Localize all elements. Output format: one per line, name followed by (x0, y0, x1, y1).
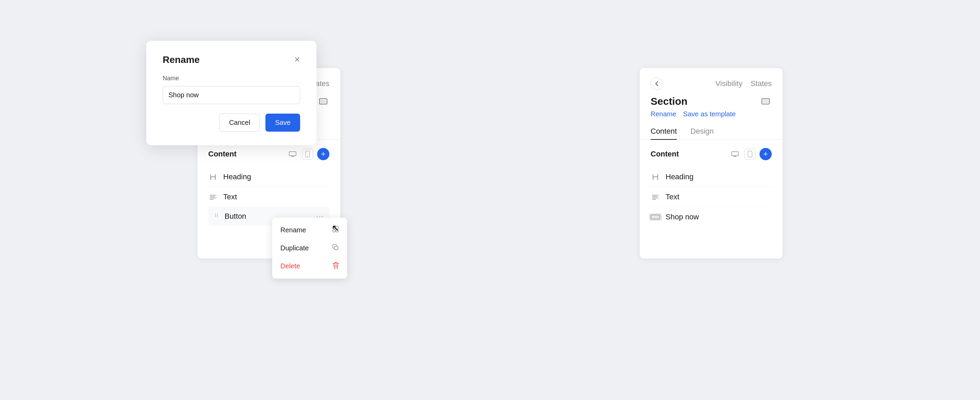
dialog-save-button[interactable]: Save (266, 114, 300, 132)
dialog-title: Rename (163, 54, 200, 65)
svg-point-4 (307, 156, 308, 156)
svg-point-9 (215, 216, 216, 217)
right-mobile-icon[interactable] (745, 149, 756, 160)
context-menu: Rename Duplicate (272, 218, 347, 279)
context-duplicate-label: Duplicate (280, 244, 309, 252)
dialog-actions: Cancel Save (163, 114, 300, 132)
svg-point-7 (215, 215, 216, 216)
right-panel-header: Visibility States (640, 68, 783, 90)
right-rename-row: Rename Save as template (640, 108, 783, 118)
left-add-button[interactable]: + (317, 148, 329, 160)
svg-rect-21 (651, 215, 660, 219)
right-rename-link[interactable]: Rename (651, 110, 676, 118)
context-duplicate-item[interactable]: Duplicate (272, 239, 347, 257)
context-duplicate-icon (332, 244, 339, 252)
right-section-title-row: Section (640, 90, 783, 108)
context-rename-label: Rename (280, 226, 306, 234)
svg-rect-2 (289, 152, 296, 156)
right-visibility-label[interactable]: Visibility (716, 79, 743, 88)
svg-rect-14 (336, 230, 338, 232)
context-delete-item[interactable]: Delete (272, 257, 347, 275)
right-template-link[interactable]: Save as template (683, 110, 736, 118)
svg-point-10 (217, 216, 218, 217)
right-shop-now-label: Shop now (666, 213, 699, 221)
right-shop-now-icon (651, 213, 660, 221)
right-content-label: Content (651, 150, 679, 159)
context-rename-icon (332, 226, 339, 234)
right-states-label[interactable]: States (751, 79, 772, 88)
left-button-label: Button (224, 212, 247, 221)
right-shop-now-item: Shop now (651, 207, 772, 227)
right-tab-content[interactable]: Content (651, 124, 677, 140)
svg-rect-13 (333, 230, 335, 232)
dialog-header: Rename ✕ (163, 54, 300, 65)
context-delete-icon (333, 262, 339, 270)
right-heading-label: Heading (666, 173, 694, 181)
svg-rect-12 (336, 227, 338, 229)
dialog-name-input[interactable] (163, 86, 300, 104)
right-desktop-icon[interactable] (730, 149, 740, 160)
left-desktop-icon[interactable] (287, 149, 298, 160)
left-text-item: Text (208, 187, 329, 207)
left-content-header: Content (208, 148, 329, 160)
right-header-actions: Visibility States (716, 79, 772, 88)
context-rename-item[interactable]: Rename (272, 221, 347, 239)
right-back-button[interactable] (651, 78, 663, 90)
right-section-title: Section (651, 95, 687, 107)
svg-rect-11 (333, 227, 335, 229)
svg-point-5 (215, 214, 216, 214)
svg-rect-17 (762, 100, 769, 103)
left-heading-item: Heading (208, 167, 329, 187)
right-tab-design[interactable]: Design (690, 124, 714, 140)
right-text-icon (651, 194, 660, 200)
left-content-label: Content (208, 150, 237, 159)
svg-rect-18 (732, 152, 738, 156)
right-content-header: Content (651, 148, 772, 160)
dialog-cancel-button[interactable]: Cancel (219, 114, 260, 132)
left-heading-label: Heading (223, 173, 251, 181)
right-text-item: Text (651, 187, 772, 207)
left-text-icon (208, 194, 218, 200)
right-text-label: Text (666, 192, 679, 202)
dialog-name-label: Name (163, 75, 300, 82)
svg-point-6 (217, 214, 218, 214)
svg-rect-15 (334, 246, 338, 250)
svg-point-20 (749, 156, 750, 156)
svg-rect-1 (320, 100, 326, 103)
right-section-icon[interactable] (759, 95, 772, 108)
right-heading-icon (651, 173, 660, 181)
left-drag-icon (214, 213, 219, 220)
right-panel: Visibility States Section Rename Save as… (640, 68, 783, 259)
svg-point-8 (217, 215, 218, 216)
right-content-section: Content (640, 140, 783, 235)
dialog-close-button[interactable]: ✕ (294, 56, 300, 64)
rename-dialog: Rename ✕ Name Cancel Save (146, 41, 317, 145)
left-mobile-icon[interactable] (302, 149, 313, 160)
context-delete-label: Delete (280, 262, 300, 270)
right-tabs-row: Content Design (640, 124, 783, 140)
left-section-icon[interactable] (317, 95, 329, 108)
right-heading-item: Heading (651, 167, 772, 187)
left-heading-icon (208, 173, 218, 181)
right-content-icons: + (730, 148, 772, 160)
left-text-label: Text (223, 192, 237, 202)
right-add-button[interactable]: + (759, 148, 772, 160)
left-content-icons: + (287, 148, 329, 160)
